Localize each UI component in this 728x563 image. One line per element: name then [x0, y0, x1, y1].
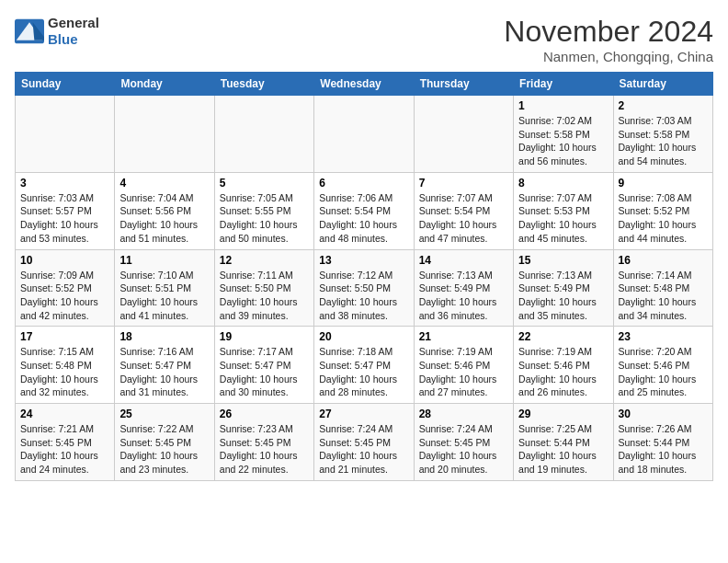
day-number: 6	[319, 177, 408, 190]
day-number: 5	[220, 177, 309, 190]
logo-text: General Blue	[48, 15, 99, 48]
calendar-cell	[314, 96, 414, 173]
day-info: Sunrise: 7:22 AMSunset: 5:45 PMDaylight:…	[119, 422, 209, 477]
day-number: 8	[518, 177, 608, 190]
day-info: Sunrise: 7:07 AMSunset: 5:54 PMDaylight:…	[419, 191, 508, 246]
day-info: Sunrise: 7:23 AMSunset: 5:45 PMDaylight:…	[220, 422, 309, 477]
day-info: Sunrise: 7:12 AMSunset: 5:50 PMDaylight:…	[319, 269, 408, 323]
day-info: Sunrise: 7:11 AMSunset: 5:50 PMDaylight:…	[220, 269, 309, 323]
day-number: 26	[220, 408, 309, 420]
weekday-header-saturday: Saturday	[613, 73, 712, 96]
calendar-cell	[16, 96, 115, 173]
day-number: 22	[518, 330, 608, 343]
day-number: 21	[419, 330, 508, 343]
calendar-week-2: 3Sunrise: 7:03 AMSunset: 5:57 PMDaylight…	[16, 172, 713, 249]
day-number: 13	[319, 254, 408, 267]
day-info: Sunrise: 7:21 AMSunset: 5:45 PMDaylight:…	[20, 422, 109, 477]
calendar-cell: 20Sunrise: 7:18 AMSunset: 5:47 PMDayligh…	[314, 327, 414, 404]
day-info: Sunrise: 7:25 AMSunset: 5:44 PMDaylight:…	[518, 422, 608, 477]
day-number: 15	[518, 254, 608, 267]
day-number: 30	[619, 408, 708, 420]
calendar-cell: 15Sunrise: 7:13 AMSunset: 5:49 PMDayligh…	[514, 249, 613, 327]
day-number: 10	[20, 254, 109, 267]
day-info: Sunrise: 7:18 AMSunset: 5:47 PMDaylight:…	[319, 345, 408, 399]
weekday-header-wednesday: Wednesday	[314, 73, 414, 96]
day-info: Sunrise: 7:07 AMSunset: 5:53 PMDaylight:…	[518, 191, 608, 246]
calendar-cell: 27Sunrise: 7:24 AMSunset: 5:45 PMDayligh…	[314, 404, 414, 481]
day-number: 16	[619, 254, 708, 267]
calendar-cell	[214, 96, 313, 173]
day-info: Sunrise: 7:02 AMSunset: 5:58 PMDaylight:…	[518, 114, 608, 168]
day-number: 9	[619, 177, 708, 190]
day-number: 4	[119, 177, 209, 190]
weekday-header-sunday: Sunday	[16, 73, 115, 96]
day-info: Sunrise: 7:09 AMSunset: 5:52 PMDaylight:…	[20, 269, 109, 323]
calendar-cell: 16Sunrise: 7:14 AMSunset: 5:48 PMDayligh…	[613, 249, 712, 327]
day-number: 14	[419, 254, 508, 267]
day-number: 12	[220, 254, 309, 267]
weekday-header-friday: Friday	[514, 73, 613, 96]
weekday-header-tuesday: Tuesday	[214, 73, 313, 96]
calendar-cell: 11Sunrise: 7:10 AMSunset: 5:51 PMDayligh…	[115, 249, 214, 327]
calendar-cell: 26Sunrise: 7:23 AMSunset: 5:45 PMDayligh…	[214, 404, 313, 481]
calendar-cell: 22Sunrise: 7:19 AMSunset: 5:46 PMDayligh…	[514, 327, 613, 404]
calendar-cell: 30Sunrise: 7:26 AMSunset: 5:44 PMDayligh…	[613, 404, 712, 481]
day-info: Sunrise: 7:19 AMSunset: 5:46 PMDaylight:…	[518, 345, 608, 399]
logo-icon	[15, 18, 44, 44]
day-info: Sunrise: 7:04 AMSunset: 5:56 PMDaylight:…	[119, 191, 209, 246]
weekday-header-monday: Monday	[115, 73, 214, 96]
calendar-cell: 8Sunrise: 7:07 AMSunset: 5:53 PMDaylight…	[514, 172, 613, 249]
logo-blue: Blue	[48, 31, 99, 48]
calendar-table: SundayMondayTuesdayWednesdayThursdayFrid…	[15, 72, 713, 481]
weekday-header-thursday: Thursday	[414, 73, 513, 96]
day-info: Sunrise: 7:13 AMSunset: 5:49 PMDaylight:…	[419, 269, 508, 323]
day-info: Sunrise: 7:03 AMSunset: 5:58 PMDaylight:…	[619, 114, 708, 168]
day-number: 25	[119, 408, 209, 420]
day-number: 20	[319, 330, 408, 343]
day-number: 27	[319, 408, 408, 420]
calendar-cell: 9Sunrise: 7:08 AMSunset: 5:52 PMDaylight…	[613, 172, 712, 249]
day-info: Sunrise: 7:15 AMSunset: 5:48 PMDaylight:…	[20, 345, 109, 399]
day-info: Sunrise: 7:05 AMSunset: 5:55 PMDaylight:…	[220, 191, 309, 246]
day-info: Sunrise: 7:13 AMSunset: 5:49 PMDaylight:…	[518, 269, 608, 323]
day-number: 29	[518, 408, 608, 420]
calendar-week-5: 24Sunrise: 7:21 AMSunset: 5:45 PMDayligh…	[16, 404, 713, 481]
day-info: Sunrise: 7:03 AMSunset: 5:57 PMDaylight:…	[20, 191, 109, 246]
day-number: 28	[419, 408, 508, 420]
calendar-cell: 3Sunrise: 7:03 AMSunset: 5:57 PMDaylight…	[16, 172, 115, 249]
day-info: Sunrise: 7:20 AMSunset: 5:46 PMDaylight:…	[619, 345, 708, 399]
calendar-header-row: SundayMondayTuesdayWednesdayThursdayFrid…	[16, 73, 713, 96]
day-number: 7	[419, 177, 508, 190]
calendar-cell: 1Sunrise: 7:02 AMSunset: 5:58 PMDaylight…	[514, 96, 613, 173]
calendar-cell: 21Sunrise: 7:19 AMSunset: 5:46 PMDayligh…	[414, 327, 513, 404]
calendar-cell: 5Sunrise: 7:05 AMSunset: 5:55 PMDaylight…	[214, 172, 313, 249]
day-number: 3	[20, 177, 109, 190]
logo-general: General	[48, 15, 99, 31]
day-number: 24	[20, 408, 109, 420]
calendar-cell: 24Sunrise: 7:21 AMSunset: 5:45 PMDayligh…	[16, 404, 115, 481]
day-number: 23	[619, 330, 708, 343]
calendar-cell: 14Sunrise: 7:13 AMSunset: 5:49 PMDayligh…	[414, 249, 513, 327]
day-info: Sunrise: 7:26 AMSunset: 5:44 PMDaylight:…	[619, 422, 708, 477]
calendar-cell: 19Sunrise: 7:17 AMSunset: 5:47 PMDayligh…	[214, 327, 313, 404]
calendar-cell: 2Sunrise: 7:03 AMSunset: 5:58 PMDaylight…	[613, 96, 712, 173]
calendar-cell: 29Sunrise: 7:25 AMSunset: 5:44 PMDayligh…	[514, 404, 613, 481]
location: Nanmen, Chongqing, China	[504, 49, 713, 64]
calendar-cell	[414, 96, 513, 173]
day-number: 19	[220, 330, 309, 343]
day-number: 1	[518, 99, 608, 112]
day-number: 2	[619, 99, 708, 112]
day-info: Sunrise: 7:08 AMSunset: 5:52 PMDaylight:…	[619, 191, 708, 246]
calendar-cell: 7Sunrise: 7:07 AMSunset: 5:54 PMDaylight…	[414, 172, 513, 249]
title-block: November 2024 Nanmen, Chongqing, China	[504, 15, 713, 64]
day-number: 17	[20, 330, 109, 343]
day-info: Sunrise: 7:24 AMSunset: 5:45 PMDaylight:…	[419, 422, 508, 477]
calendar-cell: 12Sunrise: 7:11 AMSunset: 5:50 PMDayligh…	[214, 249, 313, 327]
day-number: 18	[119, 330, 209, 343]
calendar-week-1: 1Sunrise: 7:02 AMSunset: 5:58 PMDaylight…	[16, 96, 713, 173]
calendar-cell: 23Sunrise: 7:20 AMSunset: 5:46 PMDayligh…	[613, 327, 712, 404]
calendar-cell: 18Sunrise: 7:16 AMSunset: 5:47 PMDayligh…	[115, 327, 214, 404]
day-info: Sunrise: 7:14 AMSunset: 5:48 PMDaylight:…	[619, 269, 708, 323]
day-info: Sunrise: 7:24 AMSunset: 5:45 PMDaylight:…	[319, 422, 408, 477]
calendar-cell: 25Sunrise: 7:22 AMSunset: 5:45 PMDayligh…	[115, 404, 214, 481]
